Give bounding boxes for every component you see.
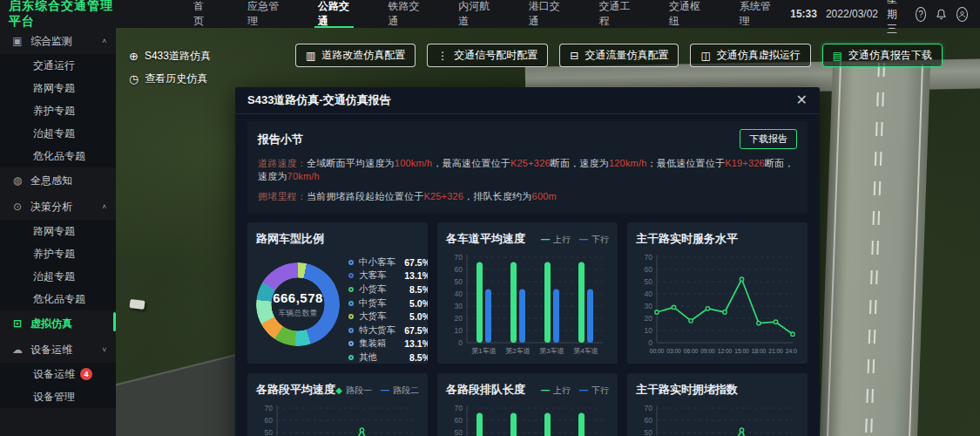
download-report-button[interactable]: 下载报告	[740, 129, 797, 149]
nav-item[interactable]: 交通工程	[579, 0, 650, 28]
svg-text:40: 40	[645, 290, 653, 298]
sidebar-item[interactable]: 设备管理	[0, 385, 116, 408]
pie-legend-row: 中货车5.0%2	[348, 296, 428, 310]
legend-marker-icon: —	[579, 385, 588, 395]
sidebar-scroll-indicator[interactable]	[113, 312, 116, 331]
chart-title: 路网车型比例	[256, 231, 324, 247]
sidebar-item[interactable]: 治超专题	[0, 265, 116, 288]
nav-item[interactable]: 系统管理	[720, 0, 791, 28]
chart-legend: —上行—下行	[541, 385, 609, 397]
svg-text:第3车道: 第3车道	[539, 347, 564, 355]
svg-text:第4车道: 第4车道	[573, 347, 598, 355]
svg-text:10: 10	[645, 326, 653, 335]
toolbar-button-label: 交通仿真虚拟运行	[717, 48, 801, 63]
svg-text:70: 70	[645, 404, 653, 412]
svg-text:12:00: 12:00	[718, 348, 733, 354]
sidebar-item[interactable]: ▣ 综合监测 ∧	[0, 28, 116, 54]
nav-item[interactable]: 交通枢纽	[650, 0, 720, 28]
simulation-toolbar-button[interactable]: ◫ 交通仿真虚拟运行	[690, 44, 810, 67]
nav-item[interactable]: 应急管理	[228, 0, 299, 28]
sidebar-item-label: 交通运行	[33, 58, 75, 73]
simulation-toolbar-button[interactable]: ⊟ 交通流量仿真配置	[559, 44, 679, 67]
chart-card-1: 各车道平均速度—上行—下行010203040506070第1车道第2车道第3车道…	[437, 222, 618, 364]
sidebar-item[interactable]: 治超专题	[0, 122, 116, 145]
legend-dot-icon	[348, 273, 354, 278]
svg-text:30: 30	[455, 302, 463, 310]
user-avatar-icon[interactable]	[956, 7, 968, 22]
svg-text:60: 60	[265, 416, 274, 425]
app-logo: 启东综合交通管理平台	[0, 0, 139, 30]
simulation-toolbar-button[interactable]: ⋮ 交通信号配时配置	[427, 44, 548, 67]
svg-text:60: 60	[645, 265, 653, 274]
clock-weekday: 星期三	[887, 0, 907, 37]
map-view[interactable]: ⊕ S433道路仿真 ◷ 查看历史仿真 ▥ 道路改造仿真配置 ⋮ 交通信号配时配…	[116, 28, 980, 436]
svg-text:60: 60	[645, 416, 653, 425]
chart-card-grid: 路网车型比例666,578车辆总数量中小客车67.5%65大客车13.1%30小…	[235, 222, 820, 436]
toolbar-button-icon: ▥	[306, 51, 315, 61]
pie-legend-row: 小货车8.5%20	[348, 283, 428, 296]
svg-text:30: 30	[645, 302, 653, 310]
sidebar-item[interactable]: 危化品专题	[0, 145, 116, 167]
nav-item[interactable]: 铁路交通	[369, 0, 440, 28]
sidebar-item-label: 危化品专题	[33, 292, 85, 307]
help-icon[interactable]: ?	[916, 7, 926, 22]
legend-marker-icon: —	[579, 235, 588, 244]
simulation-toolbar-button[interactable]: ▥ 道路改造仿真配置	[295, 44, 416, 67]
close-icon[interactable]: ✕	[796, 93, 808, 107]
svg-text:09:00: 09:00	[700, 348, 715, 354]
sidebar-item[interactable]: 路网专题	[0, 220, 116, 242]
nav-item[interactable]: 首页	[174, 0, 228, 28]
sidebar-item-label: 养护专题	[33, 104, 75, 119]
report-summary-panel: 报告小节 下载报告 道路速度：全域断面平均速度为100km/h，最高速位置位于K…	[247, 121, 808, 214]
simulation-toolbar: ▥ 道路改造仿真配置 ⋮ 交通信号配时配置 ⊟ 交通流量仿真配置 ◫ 交通仿真虚…	[295, 44, 943, 67]
sidebar-item[interactable]: 危化品专题	[0, 288, 116, 310]
svg-text:70: 70	[645, 253, 653, 262]
sidebar-item-label: 设备管理	[33, 390, 75, 405]
svg-text:第2车道: 第2车道	[505, 347, 530, 355]
svg-text:70: 70	[455, 253, 463, 262]
pie-legend-row: 中小客车67.5%65	[348, 255, 428, 269]
nav-item[interactable]: 公路交通	[299, 0, 369, 28]
bell-icon[interactable]	[935, 7, 948, 22]
svg-text:20: 20	[455, 314, 463, 323]
chart-card-3: 各路段平均速度◆路段一—路段二01020304050607000:0003:00…	[247, 373, 428, 436]
sidebar-item-label: 全息感知	[30, 174, 72, 188]
report-modal: S433道路仿真-交通仿真报告 ✕ 报告小节 下载报告 道路速度：全域断面平均速…	[235, 87, 820, 436]
chart-title: 各路段平均速度	[256, 382, 335, 398]
svg-text:70: 70	[455, 404, 463, 412]
modal-header: S433道路仿真-交通仿真报告 ✕	[235, 87, 820, 114]
svg-text:03:00: 03:00	[666, 348, 681, 354]
sidebar-item[interactable]: 养护专题	[0, 242, 116, 265]
legend-marker-icon: ◆	[335, 385, 342, 395]
map-link[interactable]: ◷ 查看历史仿真	[129, 72, 211, 86]
legend-dot-icon	[348, 341, 354, 346]
sidebar-item[interactable]: ⊙ 决策分析 ∧	[0, 194, 116, 220]
sidebar-item[interactable]: ◍ 全息感知	[0, 167, 116, 194]
sidebar-item[interactable]: 交通运行	[0, 54, 116, 77]
bar-chart: 010203040506070第1车道第2车道第3车道第4车道	[446, 250, 607, 357]
sidebar-item-icon: ⊙	[11, 201, 24, 213]
svg-text:50: 50	[265, 428, 274, 436]
sidebar-item-label: 路网专题	[33, 224, 75, 239]
map-link[interactable]: ⊕ S433道路仿真	[129, 49, 211, 64]
chart-title: 主干路实时拥堵指数	[636, 382, 738, 398]
sidebar-item[interactable]: ⊡ 虚拟仿真	[0, 310, 116, 337]
report-line: 道路速度：全域断面平均速度为100km/h，最高速位置位于K25+326断面，速…	[258, 157, 797, 183]
nav-right: 15:33 2022/03/02 星期三 ?	[790, 0, 980, 37]
chevron-icon: ∧	[101, 203, 107, 210]
legend-dot-icon	[348, 287, 354, 292]
sidebar-item[interactable]: ☁ 设备运维 ∨	[0, 337, 116, 363]
legend-dot-icon	[348, 301, 354, 306]
svg-text:15:00: 15:00	[734, 348, 749, 354]
simulation-toolbar-button[interactable]: ▤ 交通仿真报告下载	[822, 44, 943, 67]
svg-text:00:00: 00:00	[650, 348, 665, 354]
sidebar-item[interactable]: 养护专题	[0, 99, 116, 122]
chart-card-0: 路网车型比例666,578车辆总数量中小客车67.5%65大客车13.1%30小…	[247, 222, 428, 364]
chevron-icon: ∨	[101, 346, 107, 353]
nav-item[interactable]: 港口交通	[510, 0, 580, 28]
sidebar-item[interactable]: 路网专题	[0, 77, 116, 99]
nav-item[interactable]: 内河航道	[439, 0, 510, 28]
sidebar-item[interactable]: 设备运维 4	[0, 363, 116, 385]
chart-card-2: 主干路实时服务水平01020304050607000:0003:0006:000…	[627, 222, 808, 364]
main-menu: 首页应急管理公路交通铁路交通内河航道港口交通交通工程交通枢纽系统管理	[174, 0, 790, 28]
